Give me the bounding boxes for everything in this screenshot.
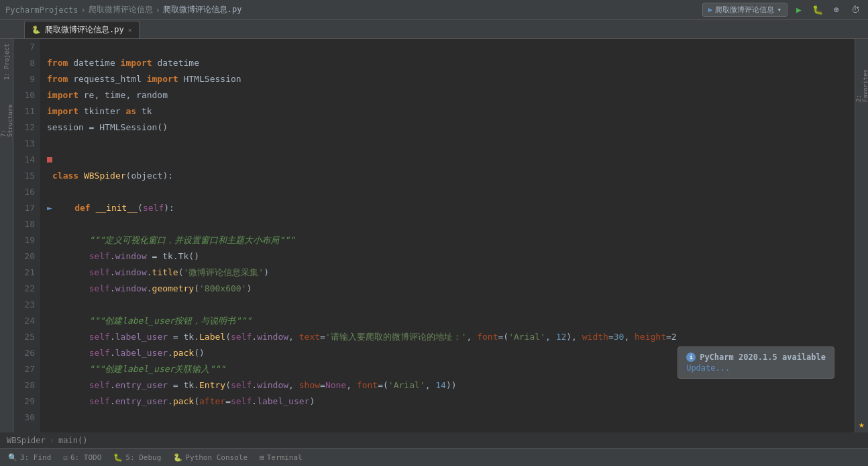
code-line-15: class WBSpider(object): [47, 168, 855, 184]
debug-icon: 🐛 [113, 453, 123, 462]
bottom-tabs: 🔍 3: Find ☑ 6: TODO 🐛 5: Debug 🐍 Python … [0, 449, 868, 466]
code-line-12: session = HTMLSession() [47, 120, 855, 136]
code-line-25: self.label_user = tk.Label(self.window, … [47, 329, 855, 345]
line-numbers: 7 8 9 10 11 12 13 14 15 16 17 18 19 20 2… [13, 39, 40, 432]
terminal-icon: ⊞ [260, 453, 264, 462]
run-config-label: 爬取微博评论信息 [715, 5, 774, 15]
breadcrumb-folder[interactable]: 爬取微博评论信息 [89, 4, 153, 15]
sidebar-item-favorites[interactable]: 2: Favorites [857, 62, 867, 102]
code-line-17: ► def __init__(self): [47, 200, 855, 216]
breadcrumb-method[interactable]: main() [58, 436, 87, 445]
code-line-23 [47, 297, 855, 313]
title-bar: PycharmProjects › 爬取微博评论信息 › 爬取微博评论信息.py… [0, 0, 868, 20]
bottom-tab-todo[interactable]: ☑ 6: TODO [58, 452, 107, 463]
run-config-icon: ▶ [708, 5, 713, 14]
breadcrumb-sep2: › [156, 5, 160, 15]
tab-label: 爬取微博评论信息.py [45, 24, 124, 36]
coverage-button[interactable]: ⊕ [829, 3, 844, 17]
main-layout: 1: Project 7: Structure 7 8 9 10 11 12 1… [0, 39, 868, 432]
python-file-icon: 🐍 [32, 26, 41, 34]
right-sidebar: 2: Favorites ★ [855, 39, 868, 432]
breadcrumb-projects[interactable]: PycharmProjects [5, 5, 78, 15]
debug-button[interactable]: 🐛 [810, 3, 825, 17]
bottom-tab-terminal-label: Terminal [267, 453, 303, 462]
bottom-tab-find-label: 3: Find [20, 453, 51, 462]
tab-close-button[interactable]: ✕ [128, 26, 132, 34]
profile-button[interactable]: ⏱ [848, 3, 863, 17]
notification-title: i PyCharm 2020.1.5 available [686, 353, 826, 362]
notification-popup[interactable]: i PyCharm 2020.1.5 available Update... [677, 346, 834, 379]
bottom-tab-todo-label: 6: TODO [70, 453, 101, 462]
code-line-20: self.window = tk.Tk() [47, 248, 855, 265]
code-line-19: """定义可视化窗口，并设置窗口和主题大小布局""" [47, 232, 855, 248]
code-line-10: import re, time, random [47, 87, 855, 103]
breadcrumb-separator: › [50, 436, 54, 445]
bottom-tab-debug-label: 5: Debug [125, 453, 161, 462]
code-area[interactable]: 7 8 9 10 11 12 13 14 15 16 17 18 19 20 2… [13, 39, 855, 432]
notification-update-link[interactable]: Update... [686, 363, 826, 373]
breadcrumb: PycharmProjects › 爬取微博评论信息 › 爬取微博评论信息.py [5, 4, 242, 15]
find-icon: 🔍 [8, 453, 17, 462]
toolbar-right: ▶ 爬取微博评论信息 ▾ ▶ 🐛 ⊕ ⏱ [702, 3, 863, 17]
code-line-7 [47, 39, 855, 55]
left-sidebar: 1: Project 7: Structure [0, 39, 13, 432]
info-icon: i [686, 353, 696, 362]
code-line-18 [47, 216, 855, 232]
run-config[interactable]: ▶ 爬取微博评论信息 ▾ [702, 3, 788, 17]
sidebar-item-project[interactable]: 1: Project [1, 42, 12, 82]
breadcrumb-file[interactable]: 爬取微博评论信息.py [163, 4, 242, 15]
bottom-tab-python-console-label: Python Console [185, 453, 248, 462]
bottom-tab-find[interactable]: 🔍 3: Find [3, 452, 56, 463]
bottom-tab-terminal[interactable]: ⊞ Terminal [254, 452, 308, 463]
code-line-24: """创建label_user按钮，与说明书""" [47, 313, 855, 329]
code-line-22: self.window.geometry('800x600') [47, 281, 855, 297]
breadcrumb-class[interactable]: WBSpider [7, 436, 46, 445]
run-config-chevron[interactable]: ▾ [777, 5, 781, 14]
tab-main-file[interactable]: 🐍 爬取微博评论信息.py ✕ [24, 21, 140, 38]
breadcrumb-bar: WBSpider › main() [0, 432, 868, 449]
code-line-8: from datetime import datetime [47, 55, 855, 71]
bottom-tab-debug[interactable]: 🐛 5: Debug [108, 452, 166, 463]
bottom-tab-python-console[interactable]: 🐍 Python Console [168, 452, 253, 463]
code-line-13 [47, 136, 855, 152]
code-line-9: from requests_html import HTMLSession [47, 71, 855, 87]
tab-bar: 🐍 爬取微博评论信息.py ✕ [0, 20, 868, 39]
code-line-29: self.entry_user.pack(after=self.label_us… [47, 393, 855, 410]
code-line-11: import tkinter as tk [47, 103, 855, 120]
run-button[interactable]: ▶ [792, 3, 806, 17]
code-line-28: self.entry_user = tk.Entry(self.window, … [47, 377, 855, 393]
code-line-30 [47, 410, 855, 426]
todo-icon: ☑ [63, 453, 68, 462]
code-line-16 [47, 184, 855, 200]
code-line-21: self.window.title('微博评论信息采集') [47, 265, 855, 281]
notification-text: PyCharm 2020.1.5 available [700, 353, 826, 362]
code-line-14 [47, 152, 855, 168]
favorites-star-icon[interactable]: ★ [859, 419, 864, 430]
breadcrumb-sep1: › [80, 5, 85, 15]
sidebar-item-structure[interactable]: 7: Structure [1, 97, 12, 137]
python-console-icon: 🐍 [173, 453, 182, 462]
